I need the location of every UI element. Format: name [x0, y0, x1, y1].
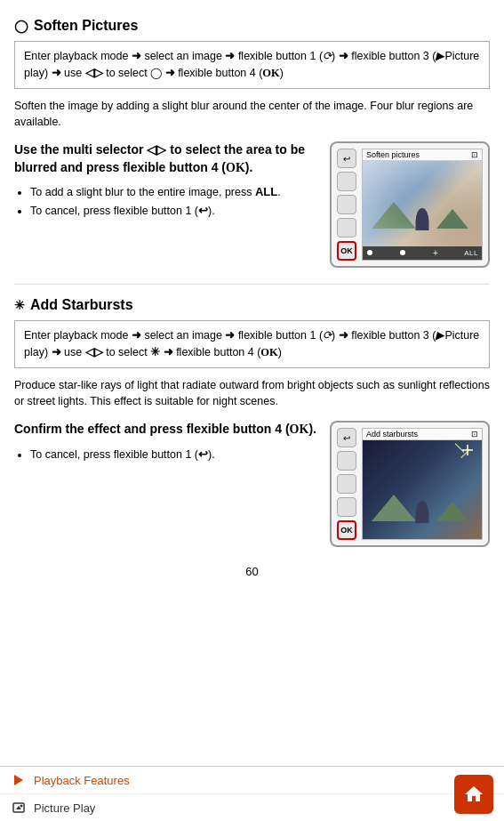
soften-section-heading: ◯ Soften Pictures	[14, 18, 490, 34]
soften-camera-mockup: ↩ OK Soften pictures ⊡	[330, 141, 490, 268]
starburst-icon: ✳	[14, 298, 25, 312]
soften-camera-frame: ↩ OK Soften pictures ⊡	[330, 141, 490, 268]
soften-instruction-text: Enter playback mode ➜ select an image ➜ …	[24, 50, 479, 79]
starburst-camera-buttons: ↩ OK	[337, 428, 356, 540]
soften-description: Soften the image by adding a slight blur…	[14, 98, 490, 132]
soften-main-instruction: Use the multi selector ◁▷ to select the …	[14, 141, 321, 176]
starburst-heading-text: Add Starbursts	[30, 297, 133, 313]
starburst-instruction-box: Enter playback mode ➜ select an image ➜ …	[14, 320, 490, 368]
home-button[interactable]	[454, 775, 493, 814]
starburst-description: Produce star-like rays of light that rad…	[14, 377, 490, 411]
starburst-btn-1	[337, 451, 356, 471]
footer: Playback Features Picture Play	[0, 766, 504, 821]
starburst-screen-icon: ⊡	[471, 430, 478, 439]
soften-btn-3	[337, 218, 356, 237]
soften-bullets: To add a slight blur to the entire image…	[14, 183, 321, 220]
svg-marker-0	[14, 775, 23, 785]
footer-bottom-row[interactable]: Picture Play	[0, 794, 504, 821]
soften-instruction-box: Enter playback mode ➜ select an image ➜ …	[14, 41, 490, 89]
starburst-screen-title: Add starbursts ⊡	[363, 429, 482, 440]
soften-btn-1	[337, 172, 356, 191]
soften-btn-2	[337, 195, 356, 214]
footer-picture-icon	[11, 800, 27, 816]
soften-heading-text: Soften Pictures	[34, 18, 138, 34]
footer-top-row[interactable]: Playback Features	[0, 767, 504, 794]
soften-plus: +	[433, 248, 438, 258]
soften-figure	[416, 208, 429, 230]
page-number: 60	[14, 565, 490, 578]
starburst-screen-image	[363, 440, 482, 539]
soften-ok-button: OK	[337, 241, 356, 261]
starburst-btn-3	[337, 497, 356, 517]
soften-blur-overlay	[363, 161, 482, 246]
starburst-camera-screen: Add starbursts ⊡	[362, 428, 483, 540]
starburst-main-instruction: Confirm the effect and press flexible bu…	[14, 421, 321, 439]
starburst-back-button: ↩	[337, 428, 356, 447]
soften-camera-buttons: ↩ OK	[337, 149, 356, 261]
svg-point-3	[20, 805, 23, 808]
soften-content-block: Use the multi selector ◁▷ to select the …	[14, 141, 490, 268]
starburst-bullet-1: To cancel, press flexible button 1 (↩).	[30, 446, 321, 463]
soften-camera-screen: Soften pictures ⊡ + ALL	[362, 149, 483, 261]
soften-bullet-1: To add a slight blur to the entire image…	[30, 183, 321, 202]
starburst-instruction-text: Enter playback mode ➜ select an image ➜ …	[24, 329, 479, 358]
soften-screen-bottom: + ALL	[363, 246, 482, 260]
starburst-bullets: To cancel, press flexible button 1 (↩).	[14, 446, 321, 463]
starburst-camera-mockup: ↩ OK Add starbursts ⊡	[330, 421, 490, 547]
footer-top-label: Playback Features	[34, 774, 130, 787]
soften-circle-icon: ◯	[14, 19, 28, 33]
soften-all-label: ALL	[464, 249, 478, 257]
starburst-figure	[416, 501, 429, 523]
footer-playback-icon	[11, 772, 27, 788]
soften-screen-title: Soften pictures ⊡	[363, 149, 482, 161]
starburst-section-heading: ✳ Add Starbursts	[14, 297, 490, 313]
soften-bullet-2: To cancel, press flexible button 1 (↩).	[30, 202, 321, 220]
main-content: ◯ Soften Pictures Enter playback mode ➜ …	[0, 0, 504, 640]
starburst-content-text: Confirm the effect and press flexible bu…	[14, 421, 321, 463]
soften-screen-icon: ⊡	[471, 150, 478, 159]
soften-dot-1	[366, 249, 373, 257]
soften-content-text: Use the multi selector ◁▷ to select the …	[14, 141, 321, 220]
soften-back-button: ↩	[337, 149, 356, 168]
starburst-content-block: Confirm the effect and press flexible bu…	[14, 421, 490, 547]
footer-bottom-label: Picture Play	[34, 801, 95, 815]
starburst-ok-button: OK	[337, 520, 356, 540]
home-icon	[463, 784, 484, 805]
soften-screen-image	[363, 161, 482, 246]
starburst-camera-frame: ↩ OK Add starbursts ⊡	[330, 421, 490, 547]
soften-dot-2	[399, 249, 406, 257]
starburst-btn-2	[337, 474, 356, 494]
section-divider	[14, 284, 490, 285]
